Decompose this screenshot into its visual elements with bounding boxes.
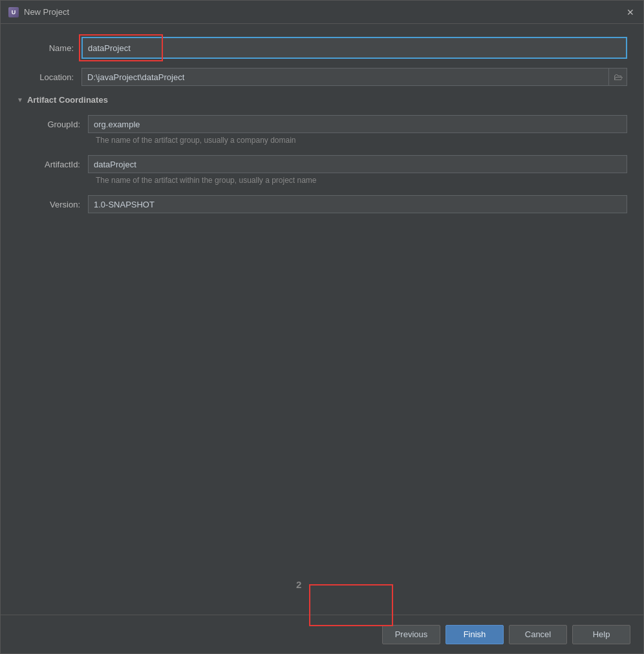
cancel-button[interactable]: Cancel — [509, 625, 567, 644]
location-label: Location: — [17, 72, 81, 82]
version-field-row: Version: — [23, 195, 627, 213]
title-bar-left: U New Project — [8, 7, 69, 17]
dialog-title: New Project — [24, 7, 69, 17]
name-row: Name: — [17, 37, 627, 59]
name-input-wrapper — [81, 37, 627, 59]
group-id-row: GroupId: The name of the artifact group,… — [23, 115, 627, 145]
name-label: Name: — [17, 43, 81, 53]
artifact-section-header[interactable]: ▼ Artifact Coordinates — [17, 95, 627, 105]
artifact-id-field-row: ArtifactId: — [23, 155, 627, 173]
title-bar: U New Project ✕ — [1, 1, 643, 24]
group-id-input[interactable] — [88, 115, 627, 133]
artifact-id-hint: The name of the artifact within the grou… — [23, 176, 627, 185]
collapse-triangle-icon: ▼ — [17, 96, 23, 103]
app-icon: U — [8, 7, 19, 17]
version-row: Version: — [23, 195, 627, 213]
name-input[interactable] — [81, 37, 627, 59]
browse-folder-button[interactable]: 🗁 — [608, 69, 627, 85]
group-id-field-row: GroupId: — [23, 115, 627, 133]
new-project-dialog: U New Project ✕ 1 Name: Location: 🗁 — [0, 0, 644, 654]
location-row: Location: 🗁 — [17, 68, 627, 86]
location-input[interactable] — [82, 69, 608, 85]
group-id-label: GroupId: — [23, 120, 88, 129]
dialog-content: 1 Name: Location: 🗁 ▼ Artifact Coordinat… — [1, 24, 643, 615]
close-button[interactable]: ✕ — [625, 7, 636, 17]
dialog-footer: Previous Finish Cancel Help — [1, 615, 643, 653]
step-2-indicator: 2 — [296, 579, 301, 590]
group-id-hint: The name of the artifact group, usually … — [23, 136, 627, 145]
help-button[interactable]: Help — [572, 625, 630, 644]
version-label: Version: — [23, 200, 88, 209]
artifact-id-label: ArtifactId: — [23, 160, 88, 169]
artifact-id-input[interactable] — [88, 155, 627, 173]
previous-button[interactable]: Previous — [382, 625, 440, 644]
artifact-section-title: Artifact Coordinates — [27, 95, 108, 105]
artifact-id-row: ArtifactId: The name of the artifact wit… — [23, 155, 627, 185]
location-input-wrapper[interactable]: 🗁 — [81, 68, 627, 86]
version-input[interactable] — [88, 195, 627, 213]
finish-button[interactable]: Finish — [445, 625, 504, 644]
artifact-section-body: GroupId: The name of the artifact group,… — [17, 115, 627, 213]
